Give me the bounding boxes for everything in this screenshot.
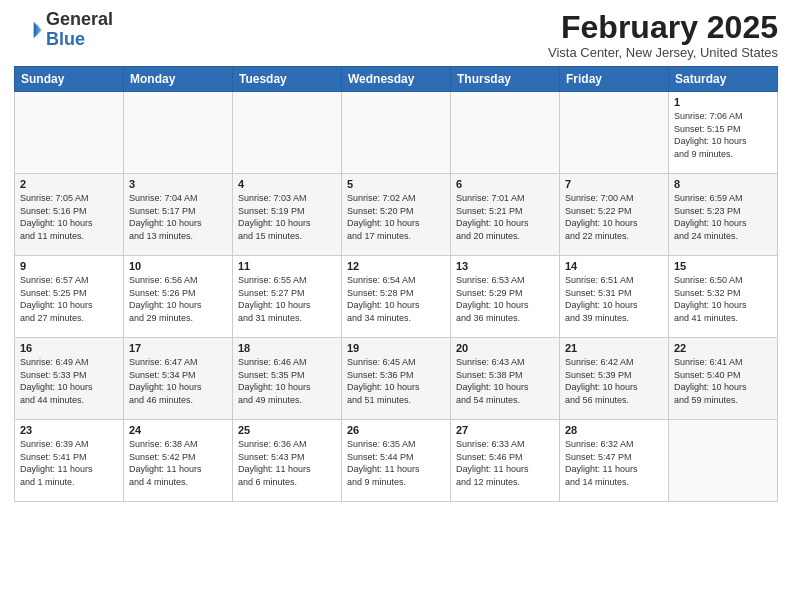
calendar-cell <box>15 92 124 174</box>
day-info: Sunrise: 6:45 AM Sunset: 5:36 PM Dayligh… <box>347 356 445 406</box>
calendar-week-row: 23Sunrise: 6:39 AM Sunset: 5:41 PM Dayli… <box>15 420 778 502</box>
calendar-week-row: 9Sunrise: 6:57 AM Sunset: 5:25 PM Daylig… <box>15 256 778 338</box>
day-info: Sunrise: 7:05 AM Sunset: 5:16 PM Dayligh… <box>20 192 118 242</box>
day-info: Sunrise: 6:56 AM Sunset: 5:26 PM Dayligh… <box>129 274 227 324</box>
day-number: 16 <box>20 342 118 354</box>
calendar-cell: 24Sunrise: 6:38 AM Sunset: 5:42 PM Dayli… <box>124 420 233 502</box>
day-info: Sunrise: 6:38 AM Sunset: 5:42 PM Dayligh… <box>129 438 227 488</box>
calendar-cell <box>233 92 342 174</box>
day-number: 19 <box>347 342 445 354</box>
day-number: 18 <box>238 342 336 354</box>
calendar: SundayMondayTuesdayWednesdayThursdayFrid… <box>14 66 778 502</box>
day-number: 8 <box>674 178 772 190</box>
day-number: 27 <box>456 424 554 436</box>
calendar-cell: 8Sunrise: 6:59 AM Sunset: 5:23 PM Daylig… <box>669 174 778 256</box>
weekday-header: Saturday <box>669 67 778 92</box>
day-number: 24 <box>129 424 227 436</box>
day-info: Sunrise: 7:06 AM Sunset: 5:15 PM Dayligh… <box>674 110 772 160</box>
logo-blue: Blue <box>46 30 113 50</box>
day-number: 9 <box>20 260 118 272</box>
calendar-cell: 16Sunrise: 6:49 AM Sunset: 5:33 PM Dayli… <box>15 338 124 420</box>
calendar-cell: 11Sunrise: 6:55 AM Sunset: 5:27 PM Dayli… <box>233 256 342 338</box>
calendar-cell: 28Sunrise: 6:32 AM Sunset: 5:47 PM Dayli… <box>560 420 669 502</box>
day-number: 14 <box>565 260 663 272</box>
day-info: Sunrise: 6:39 AM Sunset: 5:41 PM Dayligh… <box>20 438 118 488</box>
weekday-header: Monday <box>124 67 233 92</box>
calendar-cell: 10Sunrise: 6:56 AM Sunset: 5:26 PM Dayli… <box>124 256 233 338</box>
calendar-cell: 9Sunrise: 6:57 AM Sunset: 5:25 PM Daylig… <box>15 256 124 338</box>
month-title: February 2025 <box>548 10 778 45</box>
logo-general: General <box>46 10 113 30</box>
logo-icon <box>14 16 42 44</box>
day-info: Sunrise: 6:46 AM Sunset: 5:35 PM Dayligh… <box>238 356 336 406</box>
calendar-week-row: 1Sunrise: 7:06 AM Sunset: 5:15 PM Daylig… <box>15 92 778 174</box>
calendar-cell: 2Sunrise: 7:05 AM Sunset: 5:16 PM Daylig… <box>15 174 124 256</box>
day-number: 6 <box>456 178 554 190</box>
calendar-cell <box>669 420 778 502</box>
day-info: Sunrise: 7:00 AM Sunset: 5:22 PM Dayligh… <box>565 192 663 242</box>
day-info: Sunrise: 6:59 AM Sunset: 5:23 PM Dayligh… <box>674 192 772 242</box>
calendar-cell <box>451 92 560 174</box>
calendar-week-row: 2Sunrise: 7:05 AM Sunset: 5:16 PM Daylig… <box>15 174 778 256</box>
calendar-cell: 6Sunrise: 7:01 AM Sunset: 5:21 PM Daylig… <box>451 174 560 256</box>
day-number: 17 <box>129 342 227 354</box>
day-number: 12 <box>347 260 445 272</box>
weekday-header: Sunday <box>15 67 124 92</box>
logo: General Blue <box>14 10 113 50</box>
day-info: Sunrise: 6:43 AM Sunset: 5:38 PM Dayligh… <box>456 356 554 406</box>
day-number: 28 <box>565 424 663 436</box>
day-info: Sunrise: 7:04 AM Sunset: 5:17 PM Dayligh… <box>129 192 227 242</box>
day-info: Sunrise: 7:02 AM Sunset: 5:20 PM Dayligh… <box>347 192 445 242</box>
calendar-cell <box>560 92 669 174</box>
weekday-header: Thursday <box>451 67 560 92</box>
day-info: Sunrise: 6:51 AM Sunset: 5:31 PM Dayligh… <box>565 274 663 324</box>
day-number: 13 <box>456 260 554 272</box>
day-number: 2 <box>20 178 118 190</box>
calendar-cell: 7Sunrise: 7:00 AM Sunset: 5:22 PM Daylig… <box>560 174 669 256</box>
day-info: Sunrise: 6:53 AM Sunset: 5:29 PM Dayligh… <box>456 274 554 324</box>
calendar-cell: 1Sunrise: 7:06 AM Sunset: 5:15 PM Daylig… <box>669 92 778 174</box>
page: General Blue February 2025 Vista Center,… <box>0 0 792 612</box>
logo-text: General Blue <box>46 10 113 50</box>
day-info: Sunrise: 6:57 AM Sunset: 5:25 PM Dayligh… <box>20 274 118 324</box>
calendar-cell: 14Sunrise: 6:51 AM Sunset: 5:31 PM Dayli… <box>560 256 669 338</box>
calendar-cell: 23Sunrise: 6:39 AM Sunset: 5:41 PM Dayli… <box>15 420 124 502</box>
calendar-cell: 13Sunrise: 6:53 AM Sunset: 5:29 PM Dayli… <box>451 256 560 338</box>
calendar-cell: 17Sunrise: 6:47 AM Sunset: 5:34 PM Dayli… <box>124 338 233 420</box>
header: General Blue February 2025 Vista Center,… <box>14 10 778 60</box>
calendar-week-row: 16Sunrise: 6:49 AM Sunset: 5:33 PM Dayli… <box>15 338 778 420</box>
day-number: 15 <box>674 260 772 272</box>
calendar-cell: 21Sunrise: 6:42 AM Sunset: 5:39 PM Dayli… <box>560 338 669 420</box>
day-info: Sunrise: 6:49 AM Sunset: 5:33 PM Dayligh… <box>20 356 118 406</box>
weekday-header: Wednesday <box>342 67 451 92</box>
day-info: Sunrise: 6:33 AM Sunset: 5:46 PM Dayligh… <box>456 438 554 488</box>
calendar-cell: 20Sunrise: 6:43 AM Sunset: 5:38 PM Dayli… <box>451 338 560 420</box>
weekday-header-row: SundayMondayTuesdayWednesdayThursdayFrid… <box>15 67 778 92</box>
day-number: 23 <box>20 424 118 436</box>
calendar-cell: 5Sunrise: 7:02 AM Sunset: 5:20 PM Daylig… <box>342 174 451 256</box>
day-info: Sunrise: 7:01 AM Sunset: 5:21 PM Dayligh… <box>456 192 554 242</box>
calendar-cell: 19Sunrise: 6:45 AM Sunset: 5:36 PM Dayli… <box>342 338 451 420</box>
day-number: 1 <box>674 96 772 108</box>
day-info: Sunrise: 6:41 AM Sunset: 5:40 PM Dayligh… <box>674 356 772 406</box>
day-info: Sunrise: 6:35 AM Sunset: 5:44 PM Dayligh… <box>347 438 445 488</box>
calendar-cell: 12Sunrise: 6:54 AM Sunset: 5:28 PM Dayli… <box>342 256 451 338</box>
calendar-cell: 18Sunrise: 6:46 AM Sunset: 5:35 PM Dayli… <box>233 338 342 420</box>
calendar-cell: 15Sunrise: 6:50 AM Sunset: 5:32 PM Dayli… <box>669 256 778 338</box>
title-block: February 2025 Vista Center, New Jersey, … <box>548 10 778 60</box>
calendar-cell: 4Sunrise: 7:03 AM Sunset: 5:19 PM Daylig… <box>233 174 342 256</box>
day-info: Sunrise: 6:32 AM Sunset: 5:47 PM Dayligh… <box>565 438 663 488</box>
day-info: Sunrise: 6:54 AM Sunset: 5:28 PM Dayligh… <box>347 274 445 324</box>
calendar-cell: 22Sunrise: 6:41 AM Sunset: 5:40 PM Dayli… <box>669 338 778 420</box>
calendar-cell: 27Sunrise: 6:33 AM Sunset: 5:46 PM Dayli… <box>451 420 560 502</box>
day-info: Sunrise: 6:50 AM Sunset: 5:32 PM Dayligh… <box>674 274 772 324</box>
weekday-header: Friday <box>560 67 669 92</box>
day-info: Sunrise: 6:42 AM Sunset: 5:39 PM Dayligh… <box>565 356 663 406</box>
day-info: Sunrise: 6:47 AM Sunset: 5:34 PM Dayligh… <box>129 356 227 406</box>
day-number: 7 <box>565 178 663 190</box>
day-number: 22 <box>674 342 772 354</box>
calendar-cell <box>342 92 451 174</box>
day-info: Sunrise: 7:03 AM Sunset: 5:19 PM Dayligh… <box>238 192 336 242</box>
calendar-cell <box>124 92 233 174</box>
location: Vista Center, New Jersey, United States <box>548 45 778 60</box>
